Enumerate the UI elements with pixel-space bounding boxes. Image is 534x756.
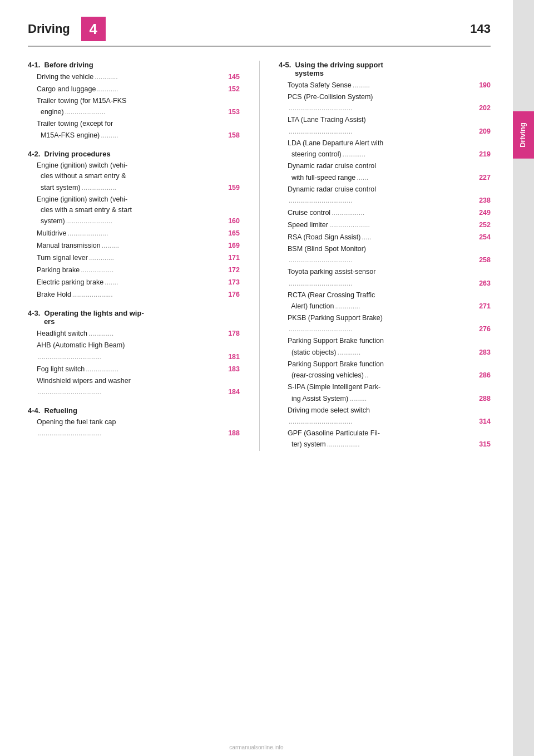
toc-item-multiline: Opening the fuel tank cap ..............… bbox=[37, 417, 240, 440]
toc-item-multiline: Dynamic radar cruise control ...........… bbox=[288, 184, 491, 207]
toc-item-multiline: Parking Support Brake function (static o… bbox=[288, 336, 491, 359]
toc-item-multiline: Dynamic radar cruise control with full-s… bbox=[288, 161, 491, 184]
section-4-3-heading: 4-3. Operating the lights and wip- ers bbox=[28, 309, 240, 326]
toc-item-multiline: PCS (Pre-Collision System) .............… bbox=[288, 92, 491, 115]
toc-left-column: 4-1. Before driving Driving the vehicle … bbox=[28, 61, 251, 451]
section-4-4-heading: 4-4. Refueling bbox=[28, 406, 240, 415]
toc-item-multiline: Windshield wipers and washer ...........… bbox=[37, 376, 240, 399]
section-4-2: 4-2. Driving procedures Engine (ignition… bbox=[28, 150, 240, 302]
toc-item: Toyota Safety Sense ......... 190 bbox=[288, 80, 491, 92]
toc-item-multiline: Toyota parking assist-sensor ...........… bbox=[288, 267, 491, 289]
item-text: Driving the vehicle bbox=[37, 71, 93, 82]
section-4-5: 4-5. Using the driving support systems T… bbox=[279, 61, 491, 451]
toc-item: Electric parking brake ....... 173 bbox=[37, 277, 240, 289]
chapter-title: Driving bbox=[28, 22, 70, 36]
toc-item-multiline: AHB (Automatic High Beam) ..............… bbox=[37, 340, 240, 363]
page-container: Driving 4 143 4-1. Before driving Drivin… bbox=[0, 0, 534, 756]
toc-item: Cruise control ................. 249 bbox=[288, 207, 491, 219]
page-number: 143 bbox=[470, 22, 491, 36]
toc-item-multiline: RCTA (Rear Crossing Traffic Alert) funct… bbox=[288, 290, 491, 313]
right-sidebar: Driving bbox=[513, 0, 534, 756]
section-4-4-items: Opening the fuel tank cap ..............… bbox=[28, 417, 240, 440]
toc-item-multiline: S-IPA (Simple Intelligent Park- ing Assi… bbox=[288, 382, 491, 405]
toc-area: 4-1. Before driving Driving the vehicle … bbox=[28, 61, 491, 451]
toc-item-multiline: Engine (ignition) switch (vehi- cles wit… bbox=[37, 194, 240, 228]
main-content: Driving 4 143 4-1. Before driving Drivin… bbox=[0, 0, 513, 756]
toc-item-multiline: GPF (Gasoline Particulate Fil- ter) syst… bbox=[288, 428, 491, 451]
toc-item-multiline: Trailer towing (for M15A-FKS engine) ...… bbox=[37, 96, 240, 119]
toc-item: Cargo and luggage ........... 152 bbox=[37, 84, 240, 96]
column-divider bbox=[259, 61, 260, 451]
toc-item-multiline: LTA (Lane Tracing Assist) ..............… bbox=[288, 115, 491, 138]
section-4-4: 4-4. Refueling Opening the fuel tank cap… bbox=[28, 406, 240, 440]
toc-item: Speed limiter ..................... 252 bbox=[288, 219, 491, 232]
section-4-2-items: Engine (ignition) switch (vehi- cles wit… bbox=[28, 160, 240, 302]
toc-item: Manual transmission ......... 169 bbox=[37, 240, 240, 252]
toc-item: Brake Hold ..................... 176 bbox=[37, 289, 240, 301]
toc-right-column: 4-5. Using the driving support systems T… bbox=[268, 61, 491, 451]
toc-item: Driving the vehicle ............ 145 bbox=[37, 71, 240, 84]
section-4-3-items: Headlight switch ............. 178 AHB (… bbox=[28, 328, 240, 399]
chapter-number-box: 4 bbox=[81, 17, 106, 41]
toc-item-multiline: PKSB (Parking Support Brake) ...........… bbox=[288, 313, 491, 336]
toc-item-multiline: Driving mode select switch .............… bbox=[288, 405, 491, 428]
toc-item: Headlight switch ............. 178 bbox=[37, 328, 240, 340]
section-4-3: 4-3. Operating the lights and wip- ers H… bbox=[28, 309, 240, 399]
section-4-5-heading: 4-5. Using the driving support systems bbox=[279, 61, 491, 77]
toc-item-multiline: LDA (Lane Departure Alert with steering … bbox=[288, 138, 491, 161]
toc-item-multiline: Engine (ignition) switch (vehi- cles wit… bbox=[37, 160, 240, 194]
section-4-2-heading: 4-2. Driving procedures bbox=[28, 150, 240, 158]
toc-item: RSA (Road Sign Assist) ..... 254 bbox=[288, 232, 491, 244]
toc-item: Parking brake ................. 172 bbox=[37, 264, 240, 277]
toc-item: Fog light switch ................. 183 bbox=[37, 364, 240, 376]
toc-item-multiline: BSM (Blind Spot Monitor) ...............… bbox=[288, 244, 491, 267]
toc-item: Multidrive ..................... 165 bbox=[37, 228, 240, 240]
section-4-1-heading: 4-1. Before driving bbox=[28, 61, 240, 69]
section-4-5-items: Toyota Safety Sense ......... 190 PCS (P… bbox=[279, 80, 491, 451]
section-4-1: 4-1. Before driving Driving the vehicle … bbox=[28, 61, 240, 142]
toc-item: Turn signal lever ............. 171 bbox=[37, 252, 240, 264]
section-4-1-items: Driving the vehicle ............ 145 Car… bbox=[28, 71, 240, 142]
watermark: carmanualsonline.info bbox=[0, 744, 513, 750]
page-header: Driving 4 143 bbox=[28, 17, 491, 47]
item-text: Cargo and luggage bbox=[37, 84, 96, 95]
toc-item-multiline: Parking Support Brake function (rear-cro… bbox=[288, 359, 491, 382]
sidebar-driving-label: Driving bbox=[513, 111, 534, 159]
toc-item-multiline: Trailer towing (except for M15A-FKS engi… bbox=[37, 119, 240, 141]
